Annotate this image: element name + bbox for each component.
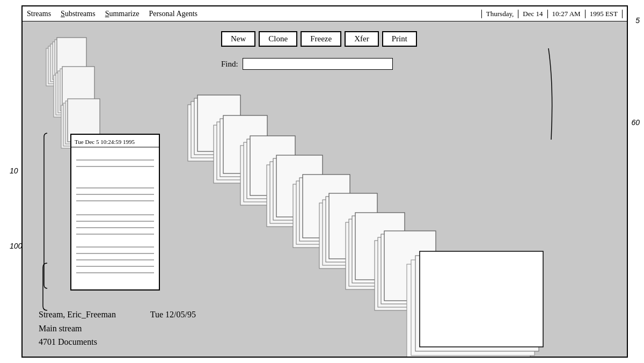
menu-bar: Streams Substreams Summarize Personal Ag… bbox=[23, 6, 627, 21]
svg-rect-67 bbox=[420, 251, 543, 347]
ref-10: 10 bbox=[10, 166, 18, 175]
menu-substreams[interactable]: Substreams bbox=[61, 10, 96, 18]
outer-wrapper: 5 60 10 100 Streams Substreams Summarize… bbox=[0, 0, 644, 363]
menu-streams[interactable]: Streams bbox=[27, 10, 51, 18]
menu-personal-agents[interactable]: Personal Agents bbox=[149, 10, 197, 18]
status-day: Thursday, bbox=[482, 10, 519, 18]
ref-5: 5 bbox=[635, 16, 640, 25]
status-line3: 4701 Documents bbox=[39, 335, 196, 349]
open-document[interactable]: Tue Dec 5 10:24:59 1995 bbox=[71, 134, 159, 290]
app-window: Streams Substreams Summarize Personal Ag… bbox=[21, 5, 628, 358]
status-year-tz: 1995 EST bbox=[586, 10, 623, 18]
document-stacks-svg: Tue Dec 5 10:24:59 1995 bbox=[23, 21, 627, 357]
bottom-status: Stream, Eric_Freeman Tue 12/05/95 Main s… bbox=[39, 308, 196, 349]
ref-100: 100 bbox=[10, 242, 22, 250]
status-line2: Main stream bbox=[39, 322, 196, 336]
menu-summarize[interactable]: Summarize bbox=[105, 10, 140, 18]
status-bar: Thursday, Dec 14 10:27 AM 1995 EST bbox=[481, 10, 623, 18]
status-line1: Stream, Eric_Freeman Tue 12/05/95 bbox=[39, 308, 196, 322]
status-date: Dec 14 bbox=[518, 10, 547, 18]
ref-60: 60 bbox=[631, 118, 640, 127]
svg-text:Tue Dec 5 10:24:59 1995: Tue Dec 5 10:24:59 1995 bbox=[75, 139, 135, 145]
main-content: New Clone Freeze Xfer Print Find: bbox=[23, 21, 627, 357]
right-front-doc[interactable] bbox=[407, 251, 543, 357]
status-time: 10:27 AM bbox=[548, 10, 586, 18]
